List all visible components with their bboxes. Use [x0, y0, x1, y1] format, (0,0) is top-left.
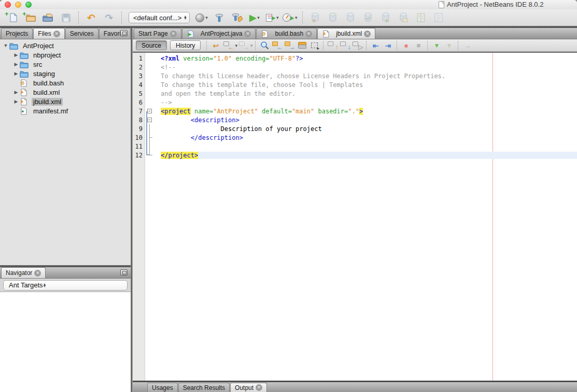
disclosure-arrow-icon[interactable]: ▼ — [2, 43, 9, 48]
new-file-button[interactable]: + — [4, 10, 22, 25]
toggle-highlight-search-button[interactable] — [295, 40, 308, 51]
chevron-down-icon[interactable]: ▾ — [250, 43, 253, 48]
tree-item-label: staging — [32, 70, 57, 78]
cylinder-doc-button[interactable] — [395, 10, 412, 25]
disclosure-arrow-icon[interactable]: ▶ — [12, 62, 20, 67]
source-view-button[interactable]: Source — [136, 40, 167, 50]
close-window-button[interactable] — [5, 2, 11, 8]
close-icon[interactable]: ✕ — [305, 31, 312, 37]
code-line-8[interactable]: 8− <description> — [133, 115, 577, 124]
last-edit-location-button[interactable]: ↩ — [209, 40, 222, 51]
open-project-button[interactable] — [39, 10, 57, 25]
code-line-7[interactable]: 7−<project name="AntProject" default="ma… — [133, 107, 577, 115]
traffic-lights — [5, 2, 32, 8]
configuration-dropdown[interactable]: <default conf...> ▲▼ — [129, 12, 190, 23]
back-button[interactable]: ← — [222, 40, 234, 51]
code-line-1[interactable]: 1<?xml version="1.0" encoding="UTF-8"?> — [133, 54, 577, 63]
find-selection-button[interactable] — [258, 40, 271, 51]
tab-label: Output — [235, 384, 254, 391]
tree-root-antproject[interactable]: ▼AntProject — [0, 41, 131, 50]
code-line-12[interactable]: 12</project> — [133, 151, 577, 159]
run-project-button[interactable]: ▶▾ — [246, 10, 263, 25]
tree-item-nbproject[interactable]: ▶nbproject — [0, 50, 131, 60]
rectangular-selection-button[interactable] — [308, 40, 320, 51]
fold-margin: − — [145, 115, 161, 124]
save-all-button[interactable] — [57, 10, 75, 25]
code-line-9[interactable]: 9 Description of your project — [133, 124, 577, 133]
tree-item-staging[interactable]: ▶staging — [0, 69, 131, 78]
tree-item-jbuild-xml[interactable]: ▶▲jbuild.xml — [0, 97, 131, 106]
code-line-2[interactable]: 2<!-- — [133, 63, 577, 71]
profile-project-button[interactable]: ▶▾ — [281, 10, 299, 25]
tree-item-build-xml[interactable]: ▶▲build.xml — [0, 88, 131, 97]
zoom-window-button[interactable] — [25, 2, 32, 8]
tree-item-manifest-mf[interactable]: ●manifest.mf — [0, 106, 131, 115]
panel-float-button[interactable] — [120, 30, 128, 36]
build-project-button[interactable] — [210, 10, 228, 25]
panel-float-button[interactable] — [120, 269, 128, 275]
new-project-icon — [25, 13, 36, 22]
shift-line-left-button[interactable]: ⇤ — [369, 40, 382, 51]
tree-item-build-bash[interactable]: ⚙build.bash — [0, 78, 131, 88]
cylinder-button-1[interactable] — [324, 10, 342, 25]
diff-doc-button[interactable] — [412, 10, 430, 25]
debug-project-button[interactable]: ▶▾ — [263, 10, 281, 25]
tree-item-src[interactable]: ▶src — [0, 60, 131, 69]
undo-button[interactable]: ↶ — [82, 10, 100, 25]
output-tab-output[interactable]: Output✕ — [230, 383, 267, 392]
report-doc-button[interactable] — [430, 10, 447, 25]
code-line-5[interactable]: 5and open the template in the editor. — [133, 89, 577, 98]
close-icon[interactable]: ✕ — [244, 31, 251, 37]
navigator-tab-navigator[interactable]: Navigator✕ — [1, 267, 46, 278]
minimize-window-button[interactable] — [15, 2, 21, 8]
navigator-mode-dropdown[interactable]: Ant Targets ▲▼ — [3, 280, 128, 291]
close-icon[interactable]: ✕ — [364, 31, 371, 37]
history-view-button[interactable]: History — [170, 40, 201, 50]
editor-tab-start-page[interactable]: Start Page✕ — [134, 28, 181, 39]
clean-and-build-project-button[interactable] — [228, 10, 246, 25]
editor-tab-build-bash[interactable]: ⚙build.bash✕ — [256, 28, 317, 39]
cylinder-button-2[interactable] — [342, 10, 359, 25]
code-line-4[interactable]: 4To change this template file, choose To… — [133, 80, 577, 89]
output-tab-search-results[interactable]: Search Results — [178, 383, 230, 392]
close-icon[interactable]: ✕ — [170, 31, 177, 37]
stop-macro-recording-button[interactable]: ■ — [412, 40, 425, 51]
code-line-11[interactable]: 11 — [133, 142, 577, 151]
code-editor[interactable]: 1<?xml version="1.0" encoding="UTF-8"?>2… — [133, 53, 577, 381]
forward-button[interactable]: → — [237, 40, 250, 51]
new-project-button[interactable]: + — [22, 10, 39, 25]
start-macro-recording-button[interactable]: ● — [400, 40, 412, 51]
close-icon[interactable]: ✕ — [256, 384, 262, 391]
collapse-folds-button[interactable]: ▼ — [443, 40, 455, 51]
editor-tab-jbuild-xml[interactable]: ▲jbuild.xml✕ — [317, 28, 375, 39]
editor-tab-antproject-java[interactable]: ▶AntProject.java✕ — [182, 28, 256, 39]
output-tab-usages[interactable]: Usages — [147, 383, 178, 392]
next-occurrence-button[interactable]: ↓ — [339, 40, 351, 51]
explorer-tab-files[interactable]: Files✕ — [33, 28, 64, 39]
cylinder-check-button[interactable] — [359, 10, 377, 25]
explorer-tab-services[interactable]: Services — [65, 28, 98, 39]
cylinder-forward-arrow-button[interactable] — [377, 10, 395, 25]
code-line-6[interactable]: 6--> — [133, 98, 577, 107]
find-previous-button[interactable]: ← — [271, 40, 283, 51]
redo-button[interactable]: ↷ — [100, 10, 118, 25]
disclosure-arrow-icon[interactable]: ▶ — [12, 52, 20, 57]
connect-button[interactable]: ▾ — [193, 10, 210, 25]
fold-toggle-icon[interactable]: − — [147, 118, 152, 122]
explorer-tab-projects[interactable]: Projects — [1, 28, 33, 39]
code-line-10[interactable]: 10 </description> — [133, 133, 577, 142]
disclosure-arrow-icon[interactable]: ▶ — [12, 71, 20, 76]
previous-occurrence-button[interactable]: ↑ — [326, 40, 339, 51]
expand-folds-button[interactable]: ▼ — [430, 40, 443, 51]
rename-button[interactable]: ▷ — [351, 40, 363, 51]
disclosure-arrow-icon[interactable]: ▶ — [12, 99, 20, 104]
cylinder-back-arrow-button[interactable] — [306, 10, 324, 25]
find-next-button[interactable]: → — [283, 40, 295, 51]
disclosure-arrow-icon[interactable]: ▶ — [12, 90, 20, 95]
shift-line-right-button[interactable]: ⇥ — [382, 40, 394, 51]
fold-toggle-icon[interactable]: − — [147, 109, 152, 113]
close-icon[interactable]: ✕ — [34, 270, 41, 277]
code-line-3[interactable]: 3To change this license header, choose L… — [133, 71, 577, 80]
close-icon[interactable]: ✕ — [53, 31, 60, 37]
run-to-cursor-button[interactable]: → — [461, 40, 473, 51]
